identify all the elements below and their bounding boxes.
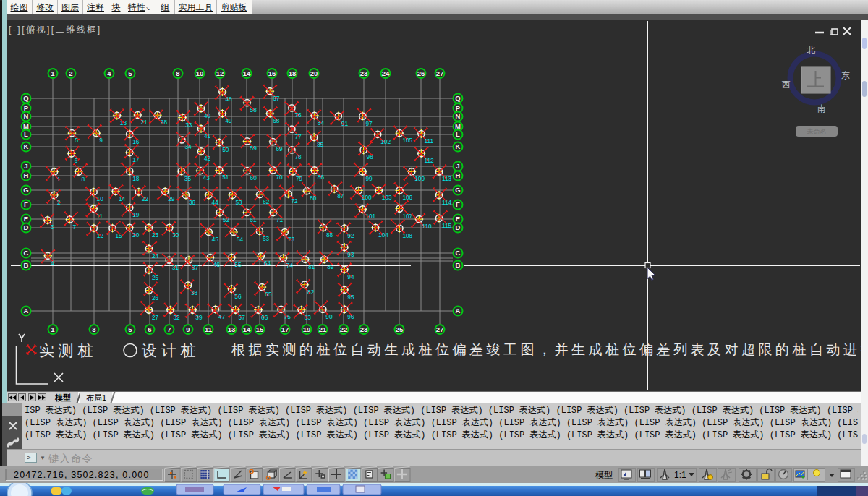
svg-text:23: 23 bbox=[360, 69, 368, 77]
svg-text:[-][俯视][二维线框]: [-][俯视][二维线框] bbox=[9, 25, 102, 35]
svg-text:31: 31 bbox=[172, 264, 179, 271]
svg-text:16: 16 bbox=[132, 138, 140, 145]
svg-text:N: N bbox=[24, 112, 29, 120]
svg-text:70: 70 bbox=[276, 174, 283, 181]
svg-text:55: 55 bbox=[234, 261, 242, 268]
svg-text:100: 100 bbox=[362, 194, 372, 201]
svg-text:94: 94 bbox=[347, 273, 354, 281]
svg-text:J: J bbox=[24, 162, 27, 170]
svg-text:E: E bbox=[24, 215, 28, 223]
svg-text:A: A bbox=[24, 307, 29, 315]
svg-text:49: 49 bbox=[225, 117, 232, 124]
svg-text:1:1: 1:1 bbox=[674, 470, 686, 480]
svg-text:28: 28 bbox=[161, 119, 168, 126]
svg-text:91: 91 bbox=[341, 120, 349, 127]
svg-text:56: 56 bbox=[234, 293, 242, 300]
svg-text:41: 41 bbox=[204, 132, 211, 140]
svg-text:67: 67 bbox=[273, 95, 280, 102]
svg-text:47: 47 bbox=[218, 313, 226, 320]
svg-text:5: 5 bbox=[128, 69, 132, 77]
svg-text:92: 92 bbox=[347, 232, 354, 239]
svg-text:108: 108 bbox=[402, 232, 412, 239]
svg-text:115: 115 bbox=[442, 222, 452, 229]
svg-text:20: 20 bbox=[132, 231, 140, 239]
svg-text:P: P bbox=[24, 104, 29, 112]
svg-text:25: 25 bbox=[152, 274, 159, 281]
svg-text:46: 46 bbox=[213, 261, 221, 268]
svg-text:34: 34 bbox=[184, 143, 192, 150]
svg-text:98: 98 bbox=[367, 153, 374, 161]
svg-text:D: D bbox=[456, 223, 461, 231]
svg-text:17: 17 bbox=[281, 325, 289, 333]
svg-text:16: 16 bbox=[268, 69, 276, 77]
svg-text:36: 36 bbox=[189, 199, 196, 206]
svg-text:根据实测的桩位自动生成桩位偏差竣工图，并生成桩位偏差列表及对: 根据实测的桩位自动生成桩位偏差竣工图，并生成桩位偏差列表及对超限的桩自动进行标识… bbox=[231, 342, 861, 357]
svg-text:J: J bbox=[456, 162, 459, 170]
svg-text:30: 30 bbox=[172, 231, 179, 239]
svg-text:12: 12 bbox=[216, 69, 224, 77]
svg-text:37: 37 bbox=[192, 264, 199, 271]
svg-text:79: 79 bbox=[296, 175, 303, 182]
svg-text:Q: Q bbox=[455, 94, 460, 102]
svg-text:29: 29 bbox=[168, 195, 175, 202]
svg-text:12: 12 bbox=[97, 232, 104, 239]
svg-text:51: 51 bbox=[222, 174, 229, 181]
svg-text:B: B bbox=[24, 261, 29, 269]
svg-text:1: 1 bbox=[51, 325, 55, 333]
svg-text:23: 23 bbox=[360, 325, 368, 333]
svg-text:18: 18 bbox=[132, 175, 140, 182]
svg-text:15: 15 bbox=[256, 325, 264, 333]
svg-text:59: 59 bbox=[250, 145, 258, 152]
svg-text:B: B bbox=[456, 261, 461, 269]
svg-text:96: 96 bbox=[347, 313, 354, 320]
svg-text:58: 58 bbox=[250, 106, 258, 114]
svg-text:23: 23 bbox=[152, 231, 159, 239]
svg-text:L: L bbox=[24, 130, 28, 138]
svg-text:32: 32 bbox=[174, 314, 181, 321]
svg-text:K: K bbox=[24, 142, 29, 150]
svg-text:1: 1 bbox=[51, 69, 55, 77]
svg-text:40: 40 bbox=[204, 112, 211, 119]
svg-text:5: 5 bbox=[75, 137, 78, 144]
svg-text:26: 26 bbox=[152, 294, 159, 302]
svg-text:24: 24 bbox=[152, 252, 159, 260]
svg-text:110: 110 bbox=[422, 223, 432, 230]
svg-text:实测桩: 实测桩 bbox=[39, 342, 97, 359]
svg-text:14: 14 bbox=[243, 69, 251, 77]
svg-text:19: 19 bbox=[303, 325, 311, 333]
svg-text:10: 10 bbox=[97, 195, 104, 202]
svg-text:7: 7 bbox=[72, 223, 76, 231]
svg-text:54: 54 bbox=[237, 236, 244, 243]
svg-text:9: 9 bbox=[99, 137, 103, 144]
svg-text:82: 82 bbox=[307, 288, 315, 296]
svg-text:24: 24 bbox=[382, 69, 390, 77]
svg-text:99: 99 bbox=[365, 175, 373, 182]
svg-text:D: D bbox=[24, 223, 29, 231]
svg-text:88: 88 bbox=[326, 231, 333, 239]
svg-text:66: 66 bbox=[261, 314, 268, 321]
svg-text:69: 69 bbox=[276, 145, 283, 153]
svg-text:P: P bbox=[456, 104, 461, 112]
svg-text:87: 87 bbox=[337, 192, 344, 200]
svg-text:2: 2 bbox=[69, 69, 72, 77]
svg-text:86: 86 bbox=[318, 174, 325, 181]
svg-text:F: F bbox=[24, 200, 28, 208]
svg-text:4: 4 bbox=[107, 69, 111, 77]
svg-text:83: 83 bbox=[305, 314, 312, 321]
svg-text:33: 33 bbox=[185, 121, 192, 129]
svg-text:未命名: 未命名 bbox=[807, 128, 827, 135]
svg-text:20472.716, 3502.823, 0.000: 20472.716, 3502.823, 0.000 bbox=[14, 470, 150, 480]
svg-text:38: 38 bbox=[191, 289, 198, 296]
svg-text:H: H bbox=[456, 171, 461, 179]
svg-text:78: 78 bbox=[294, 153, 302, 161]
svg-text:114: 114 bbox=[442, 199, 452, 206]
svg-text:13: 13 bbox=[228, 325, 236, 333]
svg-text:6: 6 bbox=[148, 325, 151, 333]
svg-text:13: 13 bbox=[120, 119, 127, 127]
svg-text:18: 18 bbox=[289, 69, 297, 77]
svg-text:22: 22 bbox=[142, 195, 149, 202]
svg-text:14: 14 bbox=[243, 325, 251, 333]
svg-text:1: 1 bbox=[57, 176, 61, 183]
svg-text:10: 10 bbox=[196, 69, 204, 77]
svg-text:5: 5 bbox=[128, 325, 132, 333]
